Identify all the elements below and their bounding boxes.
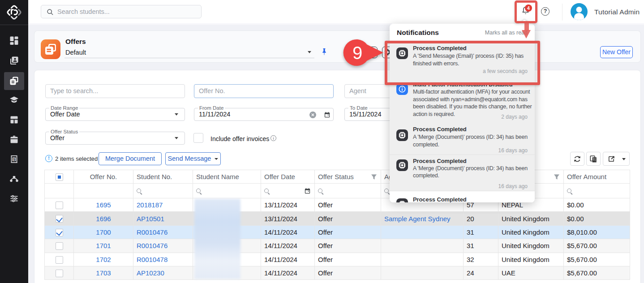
svg-text:$: $: [13, 157, 15, 162]
svg-text:9: 9: [352, 43, 362, 63]
